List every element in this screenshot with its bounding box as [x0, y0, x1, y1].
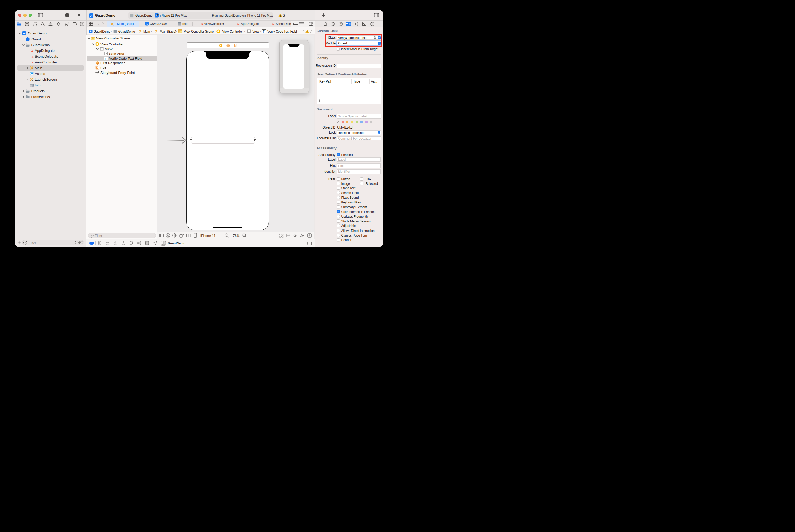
svg-text:?: ? — [340, 23, 341, 25]
